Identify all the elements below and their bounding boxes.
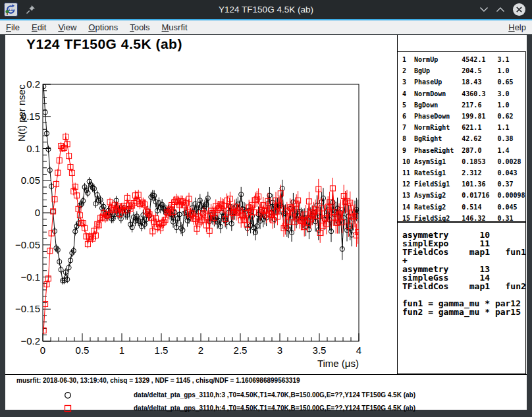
y-tick-label: 0.1 — [26, 143, 40, 154]
x-tick-label: 0 — [40, 345, 45, 356]
legend-label: data/deltat_pta_gps_3110,h:3 ,T0=4.50K,T… — [134, 391, 415, 399]
root-canvas: Y124 TF150G 4.5K (ab) 00.511.522.533.540… — [5, 35, 527, 410]
x-tick-label: 0.5 — [76, 345, 90, 356]
app-icon[interactable]: ++ — [4, 3, 18, 16]
minimize-icon[interactable] — [479, 7, 489, 13]
titlebar[interactable]: ++ Y124 TF150G 4.5K (ab) — [0, 0, 532, 19]
menubar: FileEditViewOptionsToolsMusrfit Help — [0, 20, 532, 34]
menu-item-file[interactable]: File — [0, 22, 26, 33]
theory-block: asymmetry 10simplExpo 11TFieldCos map1 f… — [397, 222, 526, 374]
y-tick-label: −0.1 — [20, 271, 40, 283]
legend-marker-square — [63, 403, 73, 414]
menu-item-musrfit[interactable]: Musrfit — [156, 22, 194, 33]
x-tick-label: 3.5 — [313, 345, 327, 356]
window-frame: Y124 TF150G 4.5K (ab) 00.511.522.533.540… — [0, 34, 532, 417]
x-tick-label: 3 — [277, 345, 282, 356]
x-tick-label: 2 — [198, 345, 203, 356]
close-icon[interactable] — [512, 3, 526, 16]
x-axis-label: Time (μs) — [317, 358, 359, 369]
x-tick-label: 1 — [119, 345, 124, 356]
y-tick-label: 0.05 — [21, 175, 40, 186]
window-title: Y124 TF150G 4.5K (ab) — [0, 5, 532, 14]
error-bars — [43, 133, 358, 335]
legend-item: data/deltat_pta_gps_3110,h:3 ,T0=4.50K,T… — [5, 390, 527, 401]
plot-area: 00.511.522.533.540.20.150.10.050−0.05−0.… — [5, 35, 397, 374]
data-series-h3 — [41, 83, 361, 285]
theory-line: fun2 = gamma_mu * par15 — [402, 308, 525, 316]
x-tick-label: 4 — [356, 345, 361, 356]
menu-item-options[interactable]: Options — [82, 22, 124, 33]
param-row: 1 NormUp 4542.1 3.1 — [402, 54, 525, 65]
menu-item-edit[interactable]: Edit — [26, 22, 52, 33]
param-row: 10 AsymSig1 0.1853 0.0028 — [402, 156, 525, 167]
param-row: 7 NormRight 621.1 1.1 — [402, 122, 525, 133]
theory-line: TFieldCos map1 fun2 — [402, 282, 525, 291]
y-tick-label: −0.2 — [20, 335, 40, 347]
param-row: 4 NormDown 4360.3 3.0 — [402, 88, 525, 99]
status-line: musrfit: 2018-06-30, 13:19:40, chisq = 1… — [16, 377, 300, 384]
param-row: 13 AsymSig2 0.01716 0.00098 — [402, 190, 525, 201]
y-axis-label: N(t) per nsec — [16, 84, 27, 142]
y-tick-label: 0 — [35, 207, 40, 218]
legend-item: data/deltat_pta_gps_3110,h:4 ,T0=4.50K,T… — [5, 403, 527, 414]
menu-item-view[interactable]: View — [52, 22, 82, 33]
menu-item-help[interactable]: Help — [502, 22, 532, 33]
param-row: 8 BgRight 42.62 0.38 — [402, 133, 525, 144]
x-tick-label: 2.5 — [234, 345, 248, 356]
param-row: 6 PhaseDown 199.81 0.62 — [402, 111, 525, 122]
y-tick-label: 0.2 — [26, 78, 40, 90]
param-row: 5 BgDown 217.6 1.0 — [402, 99, 525, 111]
legend-label: data/deltat_pta_gps_3110,h:4 ,T0=4.50K,T… — [134, 404, 415, 412]
param-row: 11 RateSig1 2.312 0.043 — [402, 167, 525, 179]
x-axis-ticks: 00.511.522.533.54 — [40, 333, 361, 356]
application-window: ++ Y124 TF150G 4.5K (ab) FileEditViewOpt… — [0, 0, 532, 417]
param-row: 3 PhaseUp 18.43 0.65 — [402, 76, 525, 88]
x-tick-label: 1.5 — [155, 345, 169, 356]
fit-parameter-table: 1 NormUp 4542.1 3.12 BgUp 204.5 1.03 Pha… — [397, 51, 526, 222]
legend-marker-circle — [63, 390, 73, 401]
data-series-h4 — [41, 133, 361, 335]
param-row: 9 PhaseRight 287.0 1.4 — [402, 145, 525, 156]
theory-line: TFieldCos map1 fun1 — [402, 248, 525, 256]
pin-icon[interactable] — [26, 5, 36, 14]
param-row: 2 BgUp 204.5 1.0 — [402, 65, 525, 76]
y-tick-label: −0.15 — [15, 303, 40, 314]
param-row: 12 FieldSig1 101.36 0.37 — [402, 179, 525, 190]
status-pad-divider — [5, 374, 527, 375]
param-row: 14 RateSig2 0.514 0.045 — [402, 202, 525, 213]
maximize-icon[interactable] — [496, 7, 505, 13]
y-tick-label: −0.05 — [15, 239, 40, 250]
menu-item-tools[interactable]: Tools — [124, 22, 155, 33]
